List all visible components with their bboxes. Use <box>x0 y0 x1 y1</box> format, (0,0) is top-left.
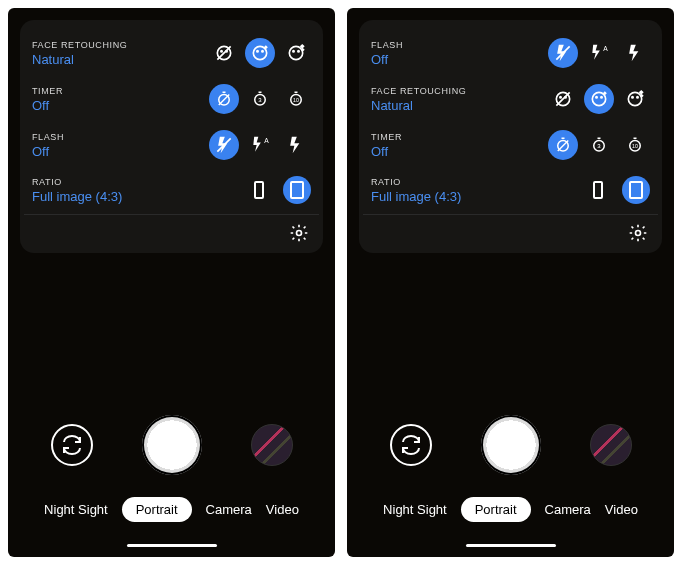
gallery-thumbnail[interactable] <box>590 424 632 466</box>
svg-point-31 <box>628 92 641 105</box>
face-retouching-title: FACE RETOUCHING <box>32 40 209 50</box>
svg-point-43 <box>636 231 641 236</box>
svg-point-25 <box>560 97 561 98</box>
svg-point-30 <box>601 97 602 98</box>
face-retouching-title: FACE RETOUCHING <box>371 86 548 96</box>
mode-selector: Night Sight Portrait Camera Video <box>8 497 335 522</box>
ratio-3-4-icon[interactable] <box>245 176 273 204</box>
ratio-4-3-icon[interactable] <box>283 176 311 204</box>
flash-on-icon[interactable] <box>281 130 311 160</box>
flash-auto-icon[interactable]: A <box>245 130 275 160</box>
ratio-row: RATIO Full image (4:3) <box>32 168 311 212</box>
svg-point-33 <box>637 97 638 98</box>
svg-text:A: A <box>603 45 608 52</box>
svg-point-6 <box>262 51 263 52</box>
flash-off-icon[interactable] <box>548 38 578 68</box>
timer-off-icon[interactable] <box>209 84 239 114</box>
camera-controls <box>8 415 335 475</box>
svg-point-1 <box>221 51 222 52</box>
timer-row: TIMER Off 3 10 <box>371 122 650 168</box>
timer-value: Off <box>371 144 548 159</box>
mode-portrait[interactable]: Portrait <box>461 497 531 522</box>
svg-text:10: 10 <box>632 143 638 149</box>
face-retouch-heavy-icon[interactable] <box>620 84 650 114</box>
face-retouching-row: FACE RETOUCHING Natural <box>32 30 311 76</box>
home-indicator[interactable] <box>127 544 217 547</box>
home-indicator[interactable] <box>466 544 556 547</box>
mode-night-sight[interactable]: Night Sight <box>383 502 447 517</box>
mode-selector: Night Sight Portrait Camera Video <box>347 497 674 522</box>
svg-text:3: 3 <box>258 97 262 103</box>
shutter-button[interactable] <box>481 415 541 475</box>
face-retouching-value: Natural <box>371 98 548 113</box>
timer-10s-icon[interactable]: 10 <box>281 84 311 114</box>
switch-camera-button[interactable] <box>390 424 432 466</box>
timer-title: TIMER <box>371 132 548 142</box>
gallery-thumbnail[interactable] <box>251 424 293 466</box>
timer-value: Off <box>32 98 209 113</box>
timer-title: TIMER <box>32 86 209 96</box>
flash-row: FLASH Off A <box>371 30 650 76</box>
timer-3s-icon[interactable]: 3 <box>245 84 275 114</box>
ratio-value: Full image (4:3) <box>32 189 245 204</box>
svg-point-8 <box>293 51 294 52</box>
svg-point-28 <box>592 92 605 105</box>
flash-title: FLASH <box>32 132 209 142</box>
ratio-4-3-icon[interactable] <box>622 176 650 204</box>
timer-10s-icon[interactable]: 10 <box>620 130 650 160</box>
phone-right: FLASH Off A FACE RETOUCHING Natural T <box>347 8 674 557</box>
mode-camera[interactable]: Camera <box>545 502 591 517</box>
svg-point-29 <box>596 97 597 98</box>
face-retouch-off-icon[interactable] <box>548 84 578 114</box>
phone-left: FACE RETOUCHING Natural TIMER Off 3 10 <box>8 8 335 557</box>
mode-video[interactable]: Video <box>605 502 638 517</box>
face-retouching-value: Natural <box>32 52 209 67</box>
mode-portrait[interactable]: Portrait <box>122 497 192 522</box>
flash-row: FLASH Off A <box>32 122 311 168</box>
mode-night-sight[interactable]: Night Sight <box>44 502 108 517</box>
face-retouch-natural-icon[interactable] <box>584 84 614 114</box>
timer-row: TIMER Off 3 10 <box>32 76 311 122</box>
panel-divider <box>24 214 319 215</box>
svg-point-5 <box>257 51 258 52</box>
settings-gear-icon[interactable] <box>628 223 648 243</box>
timer-3s-icon[interactable]: 3 <box>584 130 614 160</box>
flash-value: Off <box>371 52 548 67</box>
svg-text:10: 10 <box>293 97 299 103</box>
mode-camera[interactable]: Camera <box>206 502 252 517</box>
svg-text:3: 3 <box>597 143 601 149</box>
flash-value: Off <box>32 144 209 159</box>
svg-point-9 <box>298 51 299 52</box>
settings-gear-icon[interactable] <box>289 223 309 243</box>
face-retouching-row: FACE RETOUCHING Natural <box>371 76 650 122</box>
svg-point-32 <box>632 97 633 98</box>
ratio-value: Full image (4:3) <box>371 189 584 204</box>
ratio-3-4-icon[interactable] <box>584 176 612 204</box>
flash-off-icon[interactable] <box>209 130 239 160</box>
flash-auto-icon[interactable]: A <box>584 38 614 68</box>
face-retouch-heavy-icon[interactable] <box>281 38 311 68</box>
timer-off-icon[interactable] <box>548 130 578 160</box>
svg-point-7 <box>289 46 302 59</box>
flash-on-icon[interactable] <box>620 38 650 68</box>
flash-title: FLASH <box>371 40 548 50</box>
mode-video[interactable]: Video <box>266 502 299 517</box>
shutter-button[interactable] <box>142 415 202 475</box>
face-retouch-off-icon[interactable] <box>209 38 239 68</box>
panel-divider <box>363 214 658 215</box>
quick-settings-panel: FLASH Off A FACE RETOUCHING Natural T <box>359 20 662 253</box>
switch-camera-button[interactable] <box>51 424 93 466</box>
ratio-row: RATIO Full image (4:3) <box>371 168 650 212</box>
svg-point-4 <box>253 46 266 59</box>
svg-text:A: A <box>264 137 269 144</box>
ratio-title: RATIO <box>371 177 584 187</box>
face-retouch-natural-icon[interactable] <box>245 38 275 68</box>
svg-point-21 <box>297 231 302 236</box>
quick-settings-panel: FACE RETOUCHING Natural TIMER Off 3 10 <box>20 20 323 253</box>
ratio-title: RATIO <box>32 177 245 187</box>
camera-controls <box>347 415 674 475</box>
